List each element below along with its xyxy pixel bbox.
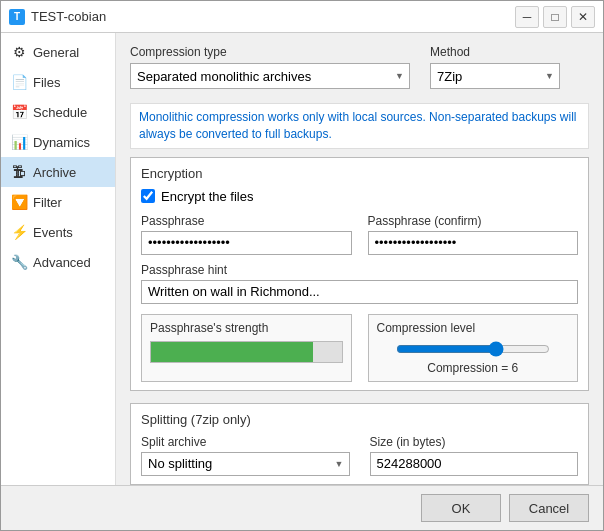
main-panel: Compression type Separated monolithic ar… (116, 33, 603, 485)
strength-label: Passphrase's strength (150, 321, 343, 335)
split-select-container: No splitting (141, 452, 350, 476)
passphrase-confirm-label: Passphrase (confirm) (368, 214, 579, 228)
compression-slider[interactable] (396, 341, 550, 357)
warning-message: Monolithic compression works only with l… (130, 103, 589, 149)
sidebar-item-advanced[interactable]: 🔧 Advanced (1, 247, 115, 277)
hint-input[interactable] (141, 280, 578, 304)
passphrase-group: Passphrase (141, 214, 352, 255)
split-archive-group: Split archive No splitting (141, 435, 350, 476)
archive-icon: 🗜 (11, 164, 27, 180)
sidebar-label-schedule: Schedule (33, 105, 87, 120)
method-container: 7Zip (430, 63, 560, 89)
method-group: Method 7Zip (430, 45, 560, 89)
advanced-icon: 🔧 (11, 254, 27, 270)
app-icon: T (9, 9, 25, 25)
compression-type-select[interactable]: Separated monolithic archives (130, 63, 410, 89)
strength-bar-fill (151, 342, 313, 362)
sidebar-item-general[interactable]: ⚙ General (1, 37, 115, 67)
strength-bar-bg (150, 341, 343, 363)
passphrase-input[interactable] (141, 231, 352, 255)
maximize-button[interactable]: □ (543, 6, 567, 28)
split-archive-select[interactable]: No splitting (141, 452, 350, 476)
passphrase-confirm-group: Passphrase (confirm) (368, 214, 579, 255)
title-bar: T TEST-cobian ─ □ ✕ (1, 1, 603, 33)
hint-label: Passphrase hint (141, 263, 578, 277)
compression-row: Compression type Separated monolithic ar… (130, 45, 589, 89)
ok-button[interactable]: OK (421, 494, 501, 522)
encrypt-checkbox[interactable] (141, 189, 155, 203)
compression-type-container: Separated monolithic archives (130, 63, 410, 89)
general-icon: ⚙ (11, 44, 27, 60)
close-button[interactable]: ✕ (571, 6, 595, 28)
sidebar-label-dynamics: Dynamics (33, 135, 90, 150)
sidebar-label-general: General (33, 45, 79, 60)
sidebar-label-advanced: Advanced (33, 255, 91, 270)
compression-type-group: Compression type Separated monolithic ar… (130, 45, 410, 89)
dynamics-icon: 📊 (11, 134, 27, 150)
events-icon: ⚡ (11, 224, 27, 240)
title-bar-buttons: ─ □ ✕ (515, 6, 595, 28)
sidebar-item-schedule[interactable]: 📅 Schedule (1, 97, 115, 127)
sidebar-item-files[interactable]: 📄 Files (1, 67, 115, 97)
minimize-button[interactable]: ─ (515, 6, 539, 28)
title-bar-left: T TEST-cobian (9, 9, 106, 25)
main-window: T TEST-cobian ─ □ ✕ ⚙ General 📄 Files 📅 … (0, 0, 604, 531)
cancel-button[interactable]: Cancel (509, 494, 589, 522)
splitting-title: Splitting (7zip only) (141, 412, 578, 427)
sidebar-item-archive[interactable]: 🗜 Archive (1, 157, 115, 187)
compression-box: Compression level Compression = 6 (368, 314, 579, 382)
sidebar-label-files: Files (33, 75, 60, 90)
compression-type-label: Compression type (130, 45, 410, 59)
footer: OK Cancel (1, 485, 603, 530)
sidebar-item-filter[interactable]: 🔽 Filter (1, 187, 115, 217)
size-group: Size (in bytes) (370, 435, 579, 476)
schedule-icon: 📅 (11, 104, 27, 120)
size-input[interactable] (370, 452, 579, 476)
method-select[interactable]: 7Zip (430, 63, 560, 89)
strength-box: Passphrase's strength (141, 314, 352, 382)
encrypt-checkbox-label: Encrypt the files (161, 189, 254, 204)
content-area: ⚙ General 📄 Files 📅 Schedule 📊 Dynamics … (1, 33, 603, 485)
window-title: TEST-cobian (31, 9, 106, 24)
splitting-group: Splitting (7zip only) Split archive No s… (130, 403, 589, 485)
encryption-title: Encryption (141, 166, 578, 181)
size-label: Size (in bytes) (370, 435, 579, 449)
encrypt-checkbox-row: Encrypt the files (141, 189, 578, 204)
sidebar-label-filter: Filter (33, 195, 62, 210)
compression-value: Compression = 6 (427, 361, 518, 375)
passphrase-label: Passphrase (141, 214, 352, 228)
strength-compression-row: Passphrase's strength Compression level … (141, 314, 578, 382)
sidebar-label-archive: Archive (33, 165, 76, 180)
encryption-group: Encryption Encrypt the files Passphrase … (130, 157, 589, 391)
sidebar-label-events: Events (33, 225, 73, 240)
compression-level-label: Compression level (377, 321, 476, 335)
split-archive-label: Split archive (141, 435, 350, 449)
slider-container: Compression = 6 (377, 341, 570, 375)
filter-icon: 🔽 (11, 194, 27, 210)
split-row: Split archive No splitting Size (in byte… (141, 435, 578, 476)
sidebar-item-events[interactable]: ⚡ Events (1, 217, 115, 247)
method-label: Method (430, 45, 560, 59)
sidebar: ⚙ General 📄 Files 📅 Schedule 📊 Dynamics … (1, 33, 116, 485)
hint-group: Passphrase hint (141, 263, 578, 304)
passphrase-row: Passphrase Passphrase (confirm) (141, 214, 578, 255)
sidebar-item-dynamics[interactable]: 📊 Dynamics (1, 127, 115, 157)
passphrase-confirm-input[interactable] (368, 231, 579, 255)
files-icon: 📄 (11, 74, 27, 90)
